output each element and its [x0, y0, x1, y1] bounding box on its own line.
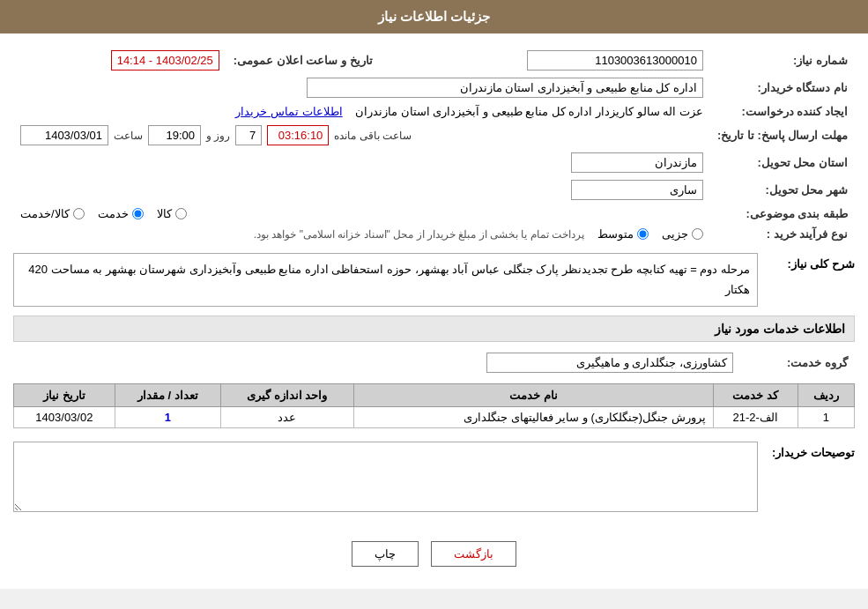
saat-value: 19:00	[148, 125, 201, 145]
radio-khedmat[interactable]: خدمت	[98, 207, 144, 220]
ettelaat-tamas-link[interactable]: اطلاعات تماس خریدار	[235, 105, 342, 118]
radio-motavaset[interactable]: متوسط	[597, 227, 649, 241]
khedmat-label: خدمت	[98, 207, 129, 220]
radio-kala[interactable]: کالا	[157, 207, 187, 220]
shomara-niaz-value: 1103003613000010	[527, 50, 703, 71]
col-tarikh: تاریخ نیاز	[14, 383, 115, 406]
mohlat-ersal-label: مهلت ارسال پاسخ: تا تاریخ:	[710, 122, 855, 149]
cell-radif: 1	[798, 406, 854, 427]
radio-kala-input[interactable]	[175, 208, 187, 219]
radio-khedmat-input[interactable]	[132, 208, 144, 219]
cell-vahed: عدد	[220, 406, 353, 427]
tosiheat-textarea[interactable]	[13, 442, 758, 512]
nam-dastgah-value: اداره کل منابع طبیعی و آبخیزداری استان م…	[307, 78, 703, 98]
col-tedad: تعداد / مقدار	[115, 383, 220, 406]
radio-jozee-input[interactable]	[692, 228, 703, 240]
col-vahed: واحد اندازه گیری	[220, 383, 353, 406]
kala-label: کالا	[157, 207, 172, 220]
roz-label: روز و	[206, 130, 230, 142]
radio-jozee[interactable]: جزیی	[662, 227, 703, 241]
baqi-mande-label: ساعت باقی مانده	[334, 130, 412, 142]
sharh-label: شرح کلی نیاز:	[767, 253, 855, 271]
ostan-tahvil-value: مازندران	[571, 152, 703, 173]
motavaset-label: متوسط	[597, 227, 634, 241]
ostan-tahvil-label: استان محل تحویل:	[710, 149, 855, 176]
date-value: 1403/03/01	[20, 125, 108, 145]
shahr-tahvil-label: شهر محل تحویل:	[710, 176, 855, 204]
cell-nam-khedmat: پرورش جنگل(جنگلکاری) و سایر فعالیتهای جن…	[354, 406, 714, 427]
print-button[interactable]: چاپ	[352, 541, 419, 567]
cell-code-khedmat: الف-2-21	[713, 406, 798, 427]
nam-dastgah-label: نام دستگاه خریدار:	[710, 74, 855, 101]
buttons-row: بازگشت چاپ	[13, 528, 855, 576]
jozee-label: جزیی	[662, 227, 688, 241]
tarikh-saat-value: 1403/02/25 - 14:14	[111, 50, 219, 71]
saat-label: ساعت	[114, 130, 143, 142]
cell-tarikh: 1403/03/02	[14, 406, 115, 427]
shahr-tahvil-value: ساری	[571, 180, 703, 200]
tosiheat-label: توصیحات خریدار:	[767, 442, 855, 459]
shomara-niaz-label: شماره نیاز:	[710, 47, 855, 74]
ijad-konande-label: ایجاد کننده درخواست:	[710, 101, 855, 122]
ettelaat-khadamat-title: اطلاعات خدمات مورد نیاز	[13, 316, 855, 342]
kala-khedmat-label: کالا/خدمت	[20, 207, 70, 220]
noee-farayand-label: نوع فرآیند خرید :	[710, 224, 855, 244]
goroh-khedmat-label: گروه خدمت:	[740, 349, 855, 376]
radio-motavaset-input[interactable]	[637, 228, 649, 240]
baqi-value: 03:16:10	[267, 125, 329, 145]
back-button[interactable]: بازگشت	[431, 541, 516, 567]
roz-value: 7	[235, 125, 262, 145]
col-code-khedmat: کد خدمت	[713, 383, 798, 406]
cell-tedad: 1	[115, 406, 220, 427]
table-row: 1 الف-2-21 پرورش جنگل(جنگلکاری) و سایر ف…	[14, 406, 855, 427]
tabaghebandi-label: طبقه بندی موضوعی:	[710, 204, 855, 224]
radio-kala-khedmat-input[interactable]	[73, 208, 85, 219]
col-radif: ردیف	[798, 383, 854, 406]
pardakht-text: پرداخت تمام یا بخشی از مبلغ خریدار از مح…	[20, 228, 584, 241]
page-header: جزئیات اطلاعات نیاز	[0, 0, 868, 33]
goroh-khedmat-value: کشاورزی، جنگلداری و ماهیگیری	[486, 353, 733, 373]
radio-kala-khedmat[interactable]: کالا/خدمت	[20, 207, 85, 220]
tarikh-saat-label: تاریخ و ساعت اعلان عمومی:	[226, 47, 380, 74]
ijad-konande-value: عزت اله سالو کاریزدار اداره کل منابع طبی…	[355, 105, 703, 118]
page-title: جزئیات اطلاعات نیاز	[378, 9, 490, 24]
sharh-value: مرحله دوم = تهیه کتابچه طرح تجدیدنظر پار…	[13, 253, 758, 307]
col-nam-khedmat: نام خدمت	[354, 383, 714, 406]
